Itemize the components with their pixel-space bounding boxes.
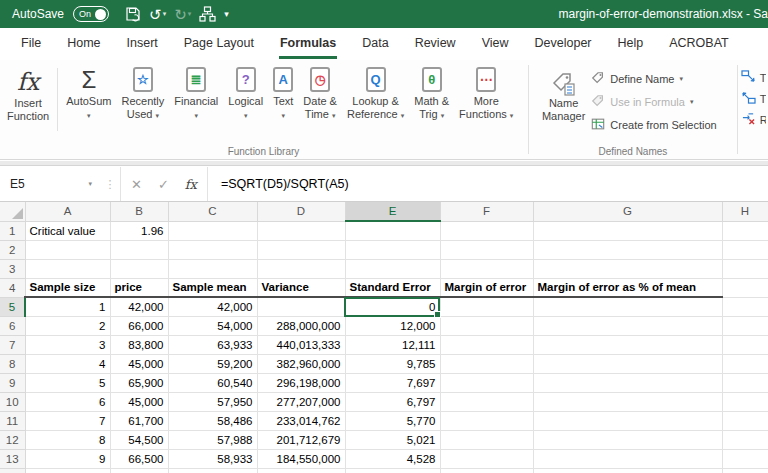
cell-E2[interactable] (345, 240, 440, 259)
cell-D9[interactable]: 296,198,000 (257, 373, 345, 392)
cell-D5[interactable] (257, 297, 345, 316)
cell-C7[interactable]: 63,933 (168, 335, 257, 354)
cell-C1[interactable] (168, 221, 257, 240)
column-header-F[interactable]: F (440, 202, 533, 221)
cell-A3[interactable] (25, 259, 110, 278)
cell-F4[interactable]: Margin of error (440, 278, 533, 297)
tab-view[interactable]: View (469, 28, 522, 60)
cell-H12[interactable] (722, 430, 768, 449)
cell-H5[interactable] (722, 297, 768, 316)
text-button[interactable]: AText▾ (268, 66, 298, 122)
row-header-7[interactable]: 7 (0, 335, 25, 354)
row-header-4[interactable]: 4 (0, 278, 25, 297)
cell-G4[interactable]: Margin of error as % of mean (533, 278, 722, 297)
cell-D4[interactable]: Variance (257, 278, 345, 297)
save-icon[interactable] (122, 6, 144, 22)
cell-B6[interactable]: 66,000 (110, 316, 168, 335)
date-time-button[interactable]: ◷Date &Time▾ (298, 66, 342, 122)
financial-button[interactable]: ≣Financial▾ (169, 66, 223, 122)
cell-A4[interactable]: Sample size (25, 278, 110, 297)
column-header-H[interactable]: H (722, 202, 768, 221)
cell-C13[interactable]: 58,933 (168, 449, 257, 468)
tab-insert[interactable]: Insert (114, 28, 171, 60)
tab-review[interactable]: Review (402, 28, 469, 60)
cell-A10[interactable]: 6 (25, 392, 110, 411)
cell-D7[interactable]: 440,013,333 (257, 335, 345, 354)
recently-used-button[interactable]: ☆RecentlyUsed▾ (116, 66, 169, 122)
cell-H11[interactable] (722, 411, 768, 430)
row-header-5[interactable]: 5 (0, 297, 25, 316)
cell-E7[interactable]: 12,111 (345, 335, 440, 354)
column-header-E[interactable]: E (345, 202, 440, 221)
cell-H3[interactable] (722, 259, 768, 278)
cell-H7[interactable] (722, 335, 768, 354)
cell-G7[interactable] (533, 335, 722, 354)
column-header-D[interactable]: D (257, 202, 345, 221)
cell-G12[interactable] (533, 430, 722, 449)
cell-G3[interactable] (533, 259, 722, 278)
row-header-9[interactable]: 9 (0, 373, 25, 392)
cell-G13[interactable] (533, 449, 722, 468)
cell-B12[interactable]: 54,500 (110, 430, 168, 449)
row-header-2[interactable]: 2 (0, 240, 25, 259)
cell-B8[interactable]: 45,000 (110, 354, 168, 373)
autosum-button[interactable]: ΣAutoSum▾ (61, 66, 116, 122)
undo-button[interactable]: ↺▾ (146, 7, 169, 22)
tab-file[interactable]: File (8, 28, 54, 60)
cell-F1[interactable] (440, 221, 533, 240)
spreadsheet-grid[interactable]: ABCDEFGH1Critical value1.96234Sample siz… (0, 202, 768, 473)
cell-A12[interactable]: 8 (25, 430, 110, 449)
cell-F10[interactable] (440, 392, 533, 411)
cell-D2[interactable] (257, 240, 345, 259)
column-header-C[interactable]: C (168, 202, 257, 221)
cell-G5[interactable] (533, 297, 722, 316)
cell-G10[interactable] (533, 392, 722, 411)
cell-A6[interactable]: 2 (25, 316, 110, 335)
chevron-down-icon[interactable]: ▾ (163, 10, 167, 18)
cell-B11[interactable]: 61,700 (110, 411, 168, 430)
cell-C4[interactable]: Sample mean (168, 278, 257, 297)
cell-D3[interactable] (257, 259, 345, 278)
column-header-A[interactable]: A (25, 202, 110, 221)
cell-F7[interactable] (440, 335, 533, 354)
more-functions-button[interactable]: ⋯MoreFunctions▾ (454, 66, 518, 122)
tab-help[interactable]: Help (605, 28, 657, 60)
cell-C9[interactable]: 60,540 (168, 373, 257, 392)
cell-A11[interactable]: 7 (25, 411, 110, 430)
cell-H1[interactable] (722, 221, 768, 240)
cell-H4[interactable] (722, 278, 768, 297)
cell-C2[interactable] (168, 240, 257, 259)
cell-A1[interactable]: Critical value (25, 221, 110, 240)
cell-C12[interactable]: 57,988 (168, 430, 257, 449)
formula-bar-grip-icon[interactable]: ⋮ (100, 167, 120, 201)
math-trig-button[interactable]: θMath &Trig▾ (409, 66, 454, 122)
select-all-corner[interactable] (0, 202, 25, 221)
cell-C3[interactable] (168, 259, 257, 278)
cell-G6[interactable] (533, 316, 722, 335)
cell-D8[interactable]: 382,960,000 (257, 354, 345, 373)
cell-A13[interactable]: 9 (25, 449, 110, 468)
cell-E1[interactable] (345, 221, 440, 240)
cell-D13[interactable]: 184,550,000 (257, 449, 345, 468)
cell-D11[interactable]: 233,014,762 (257, 411, 345, 430)
row-header-12[interactable]: 12 (0, 430, 25, 449)
cell-E9[interactable]: 7,697 (345, 373, 440, 392)
cell-H9[interactable] (722, 373, 768, 392)
cell-F11[interactable] (440, 411, 533, 430)
formula-input[interactable]: =SQRT(D5)/SQRT(A5) (208, 167, 768, 201)
cell-B3[interactable] (110, 259, 168, 278)
row-header-10[interactable]: 10 (0, 392, 25, 411)
define-name-button[interactable]: Define Name▾ (591, 69, 716, 88)
row-header-13[interactable]: 13 (0, 449, 25, 468)
insert-function-button[interactable]: fx Insert Function (2, 66, 54, 123)
tab-home[interactable]: Home (54, 28, 113, 60)
cell-A2[interactable] (25, 240, 110, 259)
cell-H13[interactable] (722, 449, 768, 468)
cell-D1[interactable] (257, 221, 345, 240)
cell-C8[interactable]: 59,200 (168, 354, 257, 373)
lookup-reference-button[interactable]: QLookup &Reference▾ (342, 66, 409, 122)
name-manager-button[interactable]: Name Manager (536, 66, 591, 123)
enter-icon[interactable]: ✓ (158, 177, 169, 192)
cell-G2[interactable] (533, 240, 722, 259)
autosave-toggle[interactable]: On (73, 6, 109, 22)
